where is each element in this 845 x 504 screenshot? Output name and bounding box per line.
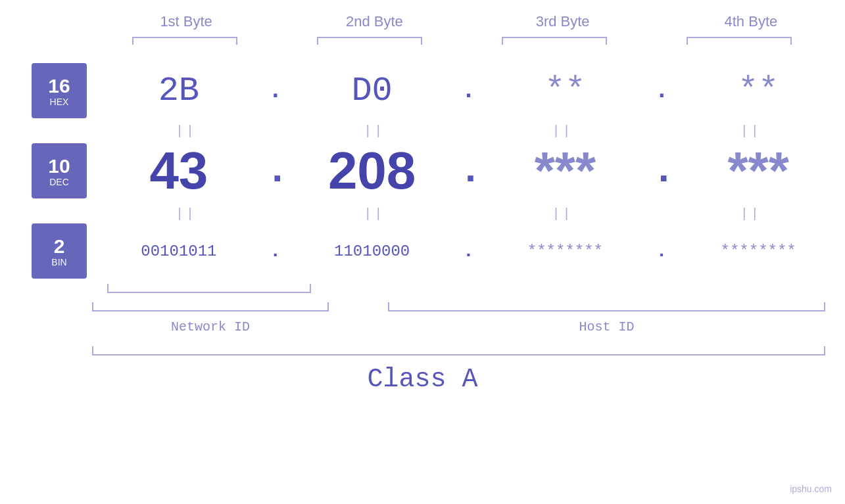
dec-val-1: 43 bbox=[149, 141, 208, 201]
network-id-label-container: Network ID bbox=[92, 319, 329, 334]
byte-label-4: 4th Byte bbox=[657, 13, 845, 30]
spacer-1 bbox=[326, 284, 345, 297]
eq-1-2: || bbox=[280, 124, 468, 139]
hex-val-1: 2B bbox=[158, 72, 199, 110]
bin-dot-3: . bbox=[652, 241, 671, 262]
hex-dot-3: . bbox=[652, 78, 671, 104]
bin-badge-num: 2 bbox=[54, 235, 65, 257]
top-bracket-3 bbox=[462, 37, 647, 50]
eq-2-4: || bbox=[657, 206, 845, 221]
hex-byte-4: ** bbox=[671, 72, 845, 110]
bin-byte-3: ******** bbox=[479, 242, 652, 260]
footer: ipshu.com bbox=[790, 484, 832, 494]
class-label: Class A bbox=[367, 365, 477, 394]
dec-byte-1: 43 bbox=[92, 141, 266, 201]
dec-values: 43 . 208 . *** . *** bbox=[92, 141, 845, 201]
hex-dot-1: . bbox=[266, 78, 285, 104]
dec-dot-1: . bbox=[266, 149, 285, 193]
dec-dot-2: . bbox=[459, 149, 479, 193]
bin-val-2: 11010000 bbox=[334, 242, 410, 260]
hex-val-4: ** bbox=[738, 72, 779, 110]
class-row: Class A bbox=[0, 365, 845, 394]
bracket-line-3 bbox=[502, 37, 607, 45]
bottom-brackets-row bbox=[0, 284, 845, 297]
byte-label-1: 1st Byte bbox=[92, 13, 280, 30]
dec-badge-label: DEC bbox=[49, 177, 69, 187]
net-id-bracket bbox=[92, 302, 329, 311]
bin-val-4: ******** bbox=[721, 242, 796, 260]
host-bracket-right-col bbox=[598, 284, 832, 297]
bin-dot-1: . bbox=[266, 241, 285, 262]
bin-badge-label: BIN bbox=[51, 257, 66, 267]
net-bracket-line bbox=[107, 284, 311, 293]
equals-row-1: || || || || bbox=[0, 121, 845, 141]
eq-1-1: || bbox=[92, 124, 280, 139]
dec-byte-4: *** bbox=[671, 141, 845, 201]
equals-row-2: || || || || bbox=[0, 204, 845, 223]
host-bracket-left-col bbox=[345, 284, 579, 297]
hex-val-2: D0 bbox=[351, 72, 392, 110]
byte-header-row: 1st Byte 2nd Byte 3rd Byte 4th Byte bbox=[0, 0, 845, 30]
bin-row: 2 BIN 00101011 . 11010000 . ******** . *… bbox=[0, 223, 845, 279]
hex-badge-num: 16 bbox=[48, 75, 70, 97]
network-id-label: Network ID bbox=[171, 319, 250, 334]
id-labels-row: Network ID Host ID bbox=[0, 319, 845, 334]
dec-badge-num: 10 bbox=[48, 155, 70, 177]
full-bracket-row bbox=[0, 346, 845, 359]
bracket-line-1 bbox=[132, 37, 237, 45]
dec-dot-3: . bbox=[652, 149, 671, 193]
hex-values: 2B . D0 . ** . ** bbox=[92, 72, 845, 110]
host-id-label-container: Host ID bbox=[388, 319, 825, 334]
hex-byte-2: D0 bbox=[285, 72, 459, 110]
bin-dot-2: . bbox=[459, 241, 479, 262]
eq-1-4: || bbox=[657, 124, 845, 139]
dec-row: 10 DEC 43 . 208 . *** . *** bbox=[0, 141, 845, 201]
bin-byte-1: 00101011 bbox=[92, 242, 266, 260]
top-bracket-2 bbox=[277, 37, 462, 50]
bin-byte-2: 11010000 bbox=[285, 242, 459, 260]
bin-val-1: 00101011 bbox=[141, 242, 216, 260]
hex-row: 16 HEX 2B . D0 . ** . ** bbox=[0, 63, 845, 118]
dec-byte-2: 208 bbox=[285, 141, 459, 201]
bin-badge: 2 BIN bbox=[32, 223, 87, 279]
top-bracket-1 bbox=[92, 37, 277, 50]
bracket-line-4 bbox=[687, 37, 792, 45]
top-brackets bbox=[0, 37, 845, 50]
dec-val-3: *** bbox=[535, 141, 596, 201]
dec-byte-3: *** bbox=[479, 141, 652, 201]
hex-badge-label: HEX bbox=[50, 97, 69, 107]
eq-2-2: || bbox=[280, 206, 468, 221]
dec-badge: 10 DEC bbox=[32, 143, 87, 198]
top-bracket-4 bbox=[647, 37, 832, 50]
hex-dot-2: . bbox=[459, 78, 479, 104]
host-id-label: Host ID bbox=[579, 319, 634, 334]
bracket-line-2 bbox=[317, 37, 422, 45]
dec-val-4: *** bbox=[727, 141, 788, 201]
hex-byte-3: ** bbox=[479, 72, 652, 110]
bin-val-3: ******** bbox=[527, 242, 603, 260]
hex-val-3: ** bbox=[544, 72, 585, 110]
eq-2-1: || bbox=[92, 206, 280, 221]
bin-values: 00101011 . 11010000 . ******** . *******… bbox=[92, 241, 845, 262]
hex-byte-1: 2B bbox=[92, 72, 266, 110]
hex-badge: 16 HEX bbox=[32, 63, 87, 118]
full-bracket-line bbox=[92, 346, 825, 355]
main-container: 1st Byte 2nd Byte 3rd Byte 4th Byte 16 H… bbox=[0, 0, 845, 504]
spacer-2 bbox=[579, 284, 598, 297]
bin-byte-4: ******** bbox=[671, 242, 845, 260]
bottom-brackets-improved bbox=[0, 302, 845, 315]
eq-2-3: || bbox=[469, 206, 657, 221]
byte-label-2: 2nd Byte bbox=[280, 13, 468, 30]
eq-1-3: || bbox=[469, 124, 657, 139]
net-bracket-col bbox=[92, 284, 326, 297]
host-id-bracket bbox=[388, 302, 825, 311]
byte-label-3: 3rd Byte bbox=[469, 13, 657, 30]
dec-val-2: 208 bbox=[328, 141, 416, 201]
